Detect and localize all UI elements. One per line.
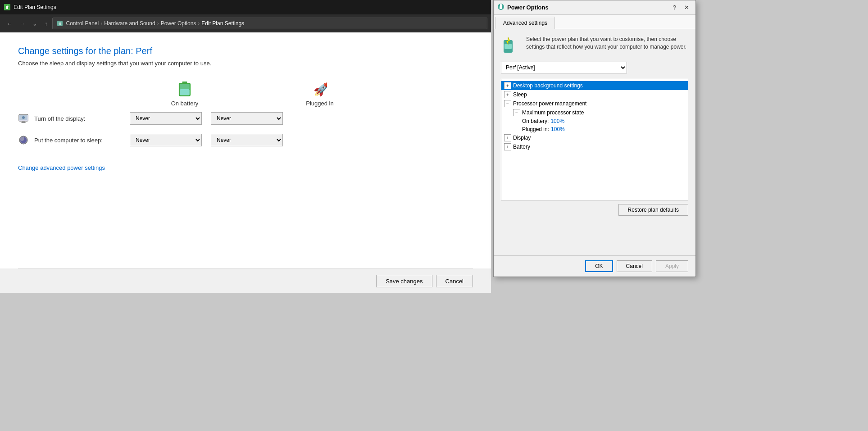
- breadcrumb-hardware-sound[interactable]: Hardware and Sound: [104, 20, 155, 27]
- expand-desktop-bg[interactable]: +: [504, 82, 511, 89]
- tree-label-processor-pm: Processor power management: [513, 100, 586, 107]
- tree-item-max-proc[interactable]: − Maximum processor state: [510, 108, 688, 117]
- bottom-bar: Save changes Cancel: [0, 269, 491, 293]
- title-bar: Edit Plan Settings: [0, 0, 491, 14]
- plan-dropdown[interactable]: Perf [Active] Balanced Power saver High …: [501, 62, 627, 73]
- tree-label-plugged-in: Plugged in:: [522, 126, 549, 132]
- plan-dropdown-row: Perf [Active] Balanced Power saver High …: [501, 62, 688, 73]
- sleep-on-battery-select[interactable]: Never 1 minute 2 minutes 5 minutes 10 mi…: [130, 134, 202, 146]
- sleep-icon: [18, 135, 29, 145]
- breadcrumb-power-options[interactable]: Power Options: [161, 20, 196, 27]
- cancel-button[interactable]: Cancel: [436, 275, 473, 287]
- svg-rect-10: [22, 121, 25, 122]
- expand-sleep[interactable]: +: [504, 91, 511, 98]
- save-changes-button[interactable]: Save changes: [376, 275, 432, 287]
- tree-view[interactable]: + Desktop background settings + Sleep − …: [501, 79, 688, 200]
- up-button[interactable]: ↑: [42, 18, 50, 29]
- dialog-tabs: Advanced settings: [494, 15, 695, 29]
- page-subtitle: Choose the sleep and display settings th…: [18, 60, 473, 67]
- tree-item-plugged-in[interactable]: Plugged in: 100%: [519, 125, 688, 133]
- dialog-icon: [497, 3, 504, 12]
- plugged-in-label: Plugged in: [306, 100, 333, 107]
- content-area: Change settings for the plan: Perf Choos…: [0, 32, 491, 268]
- back-button[interactable]: ←: [4, 18, 15, 29]
- tree-item-battery[interactable]: + Battery: [501, 142, 688, 151]
- tree-label-battery: Battery: [513, 144, 530, 150]
- dialog-close-button[interactable]: ✕: [682, 3, 692, 12]
- tree-label-display: Display: [513, 135, 531, 141]
- forward-button[interactable]: →: [17, 18, 28, 29]
- dialog-title: Power Options: [507, 4, 668, 11]
- dialog-title-bar: Power Options ? ✕: [494, 0, 695, 15]
- expand-display[interactable]: +: [504, 134, 511, 141]
- turn-off-display-row: Turn off the display: Never 1 minute 2 m…: [18, 112, 473, 125]
- tab-advanced-settings[interactable]: Advanced settings: [495, 17, 555, 29]
- display-icon: [18, 113, 29, 124]
- turn-off-display-label: Turn off the display:: [34, 115, 124, 122]
- dialog-help-button[interactable]: ?: [670, 3, 679, 12]
- svg-text:🚀: 🚀: [314, 82, 327, 97]
- restore-btn-row: Restore plan defaults: [501, 204, 688, 216]
- expand-battery[interactable]: +: [504, 143, 511, 150]
- svg-rect-3: [182, 82, 187, 83]
- turn-off-display-plugged-in-select[interactable]: Never 1 minute 2 minutes 5 minutes 10 mi…: [211, 112, 283, 125]
- tree-item-processor-pm[interactable]: − Processor power management: [501, 99, 688, 108]
- dialog-power-icon: [501, 36, 521, 55]
- nav-bar: ← → ⌄ ↑ ⊕ Control Panel › Hardware and S…: [0, 14, 491, 32]
- tree-value-on-battery: 100%: [550, 118, 564, 124]
- expand-max-proc[interactable]: −: [513, 109, 520, 116]
- power-options-dialog: Power Options ? ✕ Advanced settings Sele…: [493, 0, 696, 277]
- expand-processor-pm[interactable]: −: [504, 100, 511, 107]
- on-battery-header: On battery: [144, 80, 225, 107]
- settings-header: On battery 🚀 Plugged in: [144, 80, 473, 107]
- change-advanced-link[interactable]: Change advanced power settings: [18, 164, 105, 171]
- svg-point-13: [22, 116, 25, 119]
- address-bar: ⊕ Control Panel › Hardware and Sound › P…: [52, 18, 488, 29]
- breadcrumb-edit-plan: Edit Plan Settings: [201, 20, 244, 27]
- tree-value-plugged-in: 100%: [551, 126, 565, 132]
- restore-plan-defaults-button[interactable]: Restore plan defaults: [618, 204, 688, 216]
- tree-item-desktop-bg[interactable]: + Desktop background settings: [501, 81, 688, 90]
- dialog-desc-text: Select the power plan that you want to c…: [526, 36, 688, 51]
- page-title: Change settings for the plan: Perf: [18, 46, 473, 56]
- breadcrumb-control-panel[interactable]: Control Panel: [66, 20, 99, 27]
- dialog-cancel-button[interactable]: Cancel: [617, 260, 652, 272]
- svg-rect-5: [180, 89, 190, 95]
- tree-label-on-battery: On battery:: [522, 118, 549, 124]
- tree-label-sleep: Sleep: [513, 91, 527, 98]
- dialog-content: Select the power plan that you want to c…: [494, 29, 695, 255]
- tree-item-display[interactable]: + Display: [501, 133, 688, 142]
- window-icon: [4, 4, 11, 11]
- plugged-in-icon: 🚀: [311, 80, 329, 98]
- svg-text:⊕: ⊕: [58, 22, 61, 26]
- svg-rect-17: [500, 6, 502, 9]
- sleep-row: Put the computer to sleep: Never 1 minut…: [18, 134, 473, 146]
- svg-rect-11: [21, 122, 26, 123]
- sleep-label: Put the computer to sleep:: [34, 137, 124, 144]
- recent-locations-button[interactable]: ⌄: [30, 18, 40, 29]
- battery-icon: [176, 80, 194, 98]
- dialog-description: Select the power plan that you want to c…: [501, 36, 688, 55]
- window-title: Edit Plan Settings: [14, 4, 56, 10]
- turn-off-display-on-battery-select[interactable]: Never 1 minute 2 minutes 5 minutes 10 mi…: [130, 112, 202, 125]
- dialog-buttons: OK Cancel Apply: [494, 255, 695, 277]
- tree-label-max-proc: Maximum processor state: [522, 109, 584, 116]
- dialog-apply-button[interactable]: Apply: [656, 260, 688, 272]
- tree-item-on-battery[interactable]: On battery: 100%: [519, 117, 688, 125]
- svg-rect-6: [180, 84, 190, 89]
- plugged-in-header: 🚀 Plugged in: [279, 80, 360, 107]
- on-battery-label: On battery: [171, 100, 199, 107]
- sleep-plugged-in-select[interactable]: Never 1 minute 2 minutes 5 minutes 10 mi…: [211, 134, 283, 146]
- tree-label-desktop-bg: Desktop background settings: [513, 82, 583, 89]
- main-window: Edit Plan Settings ← → ⌄ ↑ ⊕ Control Pan…: [0, 0, 491, 293]
- dialog-ok-button[interactable]: OK: [585, 260, 613, 272]
- tree-item-sleep[interactable]: + Sleep: [501, 90, 688, 99]
